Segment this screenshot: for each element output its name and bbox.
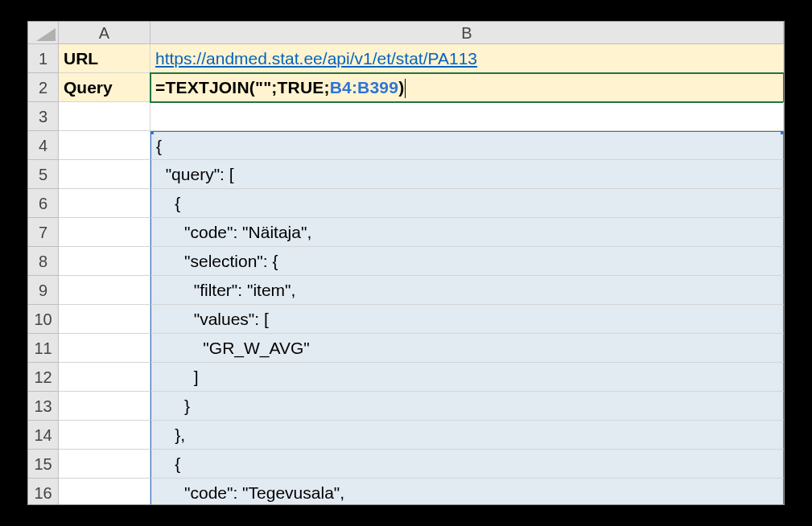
cell[interactable] <box>59 305 150 334</box>
cell[interactable]: { <box>150 131 784 160</box>
row-header[interactable]: 2 <box>28 73 59 102</box>
column-headers: A B <box>28 22 784 44</box>
row-header[interactable]: 12 <box>28 363 59 392</box>
cell-A2[interactable]: Query <box>59 73 150 102</box>
row-header[interactable]: 14 <box>28 421 59 450</box>
row: 12 ] <box>28 363 784 392</box>
cell-text: ] <box>156 368 199 386</box>
cell[interactable]: { <box>150 450 784 479</box>
row: 10 "values": [ <box>28 305 784 334</box>
range-handle-icon <box>781 131 784 134</box>
row-header[interactable]: 10 <box>28 305 59 334</box>
row: 13 } <box>28 392 784 421</box>
cell[interactable]: "GR_W_AVG" <box>150 334 784 363</box>
row: 6 { <box>28 189 784 218</box>
cell-B2-editing[interactable]: =TEXTJOIN("";TRUE;B4:B399) <box>150 73 784 102</box>
cell-text: "query": [ <box>156 165 234 183</box>
cell-text: "code": "Näitaja", <box>156 223 311 241</box>
cell[interactable]: } <box>150 392 784 421</box>
cell-text: "code": "Tegevusala", <box>156 483 344 502</box>
text-cursor <box>405 79 406 98</box>
row-header[interactable]: 13 <box>28 392 59 421</box>
cell[interactable]: "code": "Näitaja", <box>150 218 784 247</box>
select-all-corner[interactable] <box>28 22 59 43</box>
row: 16 "code": "Tegevusala", <box>28 479 784 504</box>
row: 7 "code": "Näitaja", <box>28 218 784 247</box>
row-header[interactable]: 5 <box>28 160 59 189</box>
cell-text: "values": [ <box>156 310 269 328</box>
row: 3 <box>28 102 784 131</box>
cell[interactable] <box>59 450 150 479</box>
row: 8 "selection": { <box>28 247 784 276</box>
cell[interactable] <box>59 218 150 247</box>
row: 4 { <box>28 131 784 160</box>
row: 15 { <box>28 450 784 479</box>
cell-text: "GR_W_AVG" <box>156 339 310 357</box>
column-header-A[interactable]: A <box>59 22 150 43</box>
spreadsheet: A B 1 URL https://andmed.stat.ee/api/v1/… <box>27 21 785 505</box>
cell-text: "selection": { <box>156 252 278 270</box>
row-header[interactable]: 9 <box>28 276 59 305</box>
cell-text: }, <box>156 425 185 444</box>
row: 9 "filter": "item", <box>28 276 784 305</box>
cell[interactable] <box>150 102 784 131</box>
cell[interactable] <box>59 363 150 392</box>
cell-text: "filter": "item", <box>156 281 295 299</box>
cell[interactable] <box>59 479 150 504</box>
cell[interactable] <box>59 131 150 160</box>
cell-A1[interactable]: URL <box>59 44 150 73</box>
cell[interactable]: "values": [ <box>150 305 784 334</box>
formula-text: =TEXTJOIN("";TRUE;B4:B399) <box>155 78 406 97</box>
row-header[interactable]: 4 <box>28 131 59 160</box>
row-header[interactable]: 16 <box>28 479 59 504</box>
cell[interactable]: "filter": "item", <box>150 276 784 305</box>
range-handle-icon <box>150 131 154 134</box>
grid-rows: 1 URL https://andmed.stat.ee/api/v1/et/s… <box>28 44 784 504</box>
row: 5 "query": [ <box>28 160 784 189</box>
cell-text: } <box>156 397 190 415</box>
cell[interactable]: ] <box>150 363 784 392</box>
cell[interactable] <box>59 189 150 218</box>
cell[interactable] <box>59 160 150 189</box>
cell[interactable] <box>59 247 150 276</box>
cell[interactable]: { <box>150 189 784 218</box>
column-header-B[interactable]: B <box>150 22 784 43</box>
row: 14 }, <box>28 421 784 450</box>
cell-B1[interactable]: https://andmed.stat.ee/api/v1/et/stat/PA… <box>150 44 784 73</box>
cell-text: { <box>156 454 180 473</box>
row-header[interactable]: 11 <box>28 334 59 363</box>
cell[interactable] <box>59 102 150 131</box>
cell[interactable]: "code": "Tegevusala", <box>150 479 784 504</box>
cell-text: { <box>156 194 180 212</box>
row-header[interactable]: 8 <box>28 247 59 276</box>
cell[interactable] <box>59 421 150 450</box>
row: 11 "GR_W_AVG" <box>28 334 784 363</box>
cell[interactable] <box>59 276 150 305</box>
row-header[interactable]: 1 <box>28 44 59 73</box>
cell[interactable] <box>59 392 150 421</box>
row-header[interactable]: 15 <box>28 450 59 479</box>
cell-text: { <box>156 137 162 155</box>
cell[interactable]: }, <box>150 421 784 450</box>
row: 2 Query =TEXTJOIN("";TRUE;B4:B399) <box>28 73 784 102</box>
row: 1 URL https://andmed.stat.ee/api/v1/et/s… <box>28 44 784 73</box>
url-link[interactable]: https://andmed.stat.ee/api/v1/et/stat/PA… <box>155 49 477 68</box>
row-header[interactable]: 7 <box>28 218 59 247</box>
cell[interactable]: "selection": { <box>150 247 784 276</box>
cell[interactable] <box>59 334 150 363</box>
row-header[interactable]: 3 <box>28 102 59 131</box>
cell[interactable]: "query": [ <box>150 160 784 189</box>
row-header[interactable]: 6 <box>28 189 59 218</box>
